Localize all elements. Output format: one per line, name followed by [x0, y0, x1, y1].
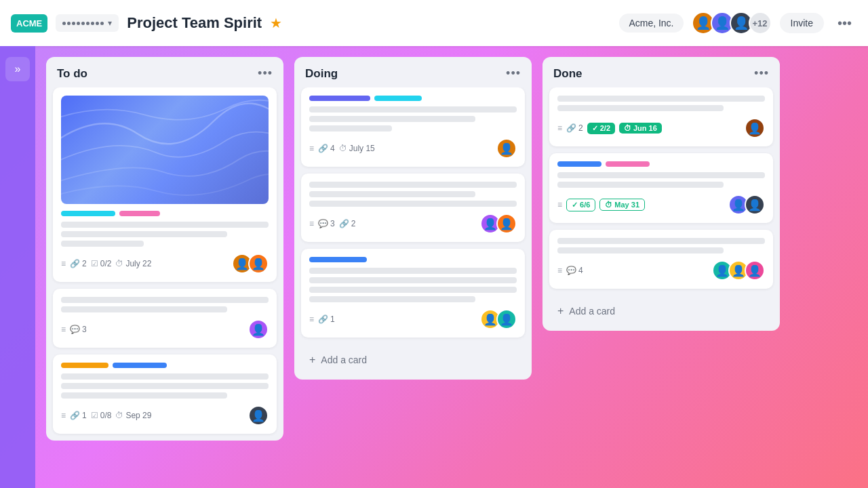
- card-line: [309, 287, 517, 293]
- workspace-badge[interactable]: Acme, Inc.: [619, 14, 683, 33]
- card-line: [309, 125, 392, 131]
- card-avatar: 👤: [496, 214, 517, 234]
- checklist-badge: ✓ 2/2: [587, 123, 615, 134]
- card-meta: ≡ ✓ 6/6 ⏱ May 31: [557, 199, 723, 211]
- done-add-card-button[interactable]: + Add a card: [549, 298, 773, 324]
- meta-menu: ≡: [309, 219, 314, 228]
- meta-menu: ≡: [309, 144, 314, 153]
- card-footer: ≡ 💬 4 👤 👤 👤: [557, 260, 765, 281]
- card-footer: ≡ 🔗 2 ☑ 0/2 ⏱ July 22 👤 👤: [61, 253, 269, 274]
- card-line: [309, 106, 517, 113]
- card-avatars: 👤 👤: [728, 195, 765, 215]
- tag-blue: [113, 363, 167, 368]
- card-tags: [61, 363, 269, 368]
- date-badge: ⏱ May 31: [599, 199, 645, 211]
- meta-attachments: 🔗 1: [70, 411, 87, 420]
- tag-pink: [119, 211, 160, 216]
- card-line: [61, 392, 227, 399]
- doing-card-2[interactable]: ≡ 💬 3 🔗 2 👤 👤: [301, 174, 525, 242]
- card-meta: ≡ 🔗 2 ☑ 0/2 ⏱ July 22: [61, 259, 226, 268]
- star-button[interactable]: ★: [270, 15, 282, 31]
- card-line: [557, 105, 724, 111]
- doing-card-3[interactable]: ≡ 🔗 1 👤 👤: [301, 249, 525, 338]
- meta-comments: 💬 3: [318, 219, 335, 228]
- column-todo-body: ≡ 🔗 2 ☑ 0/2 ⏱ July 22 👤 👤: [46, 87, 283, 441]
- invite-button[interactable]: Invite: [780, 13, 824, 33]
- doing-add-card-button[interactable]: + Add a card: [301, 347, 525, 373]
- card-avatars: 👤 👤: [480, 309, 517, 329]
- card-lines: [309, 106, 517, 131]
- tag-yellow: [61, 363, 108, 368]
- column-done-menu[interactable]: •••: [754, 66, 769, 81]
- meta-comments: 💬 4: [566, 266, 583, 275]
- card-avatar: 👤: [745, 118, 765, 138]
- meta-menu: ≡: [557, 266, 562, 275]
- card-avatar: 👤: [745, 260, 765, 281]
- card-avatar: 👤: [248, 405, 269, 426]
- board-selector-chevron: ▾: [108, 18, 112, 28]
- meta-menu: ≡: [61, 325, 66, 334]
- board-selector[interactable]: ▾: [56, 14, 119, 32]
- card-line: [61, 231, 227, 237]
- column-done: Done ••• ≡ 🔗 2 ✓ 2/2 ⏱ Jun 16: [542, 57, 780, 331]
- doing-card-1[interactable]: ≡ 🔗 4 ⏱ July 15 👤: [301, 87, 525, 167]
- card-lines: [61, 297, 269, 312]
- sidebar-expand-button[interactable]: »: [5, 57, 30, 81]
- card-meta: ≡ 🔗 2 ✓ 2/2 ⏱ Jun 16: [557, 123, 739, 134]
- avatar-count[interactable]: +12: [749, 12, 772, 35]
- card-avatars: 👤 👤 👤: [712, 260, 765, 281]
- board: To do •••: [35, 46, 868, 488]
- card-line: [557, 182, 724, 188]
- column-done-body: ≡ 🔗 2 ✓ 2/2 ⏱ Jun 16 👤: [542, 87, 780, 296]
- done-card-1[interactable]: ≡ 🔗 2 ✓ 2/2 ⏱ Jun 16 👤: [549, 87, 773, 146]
- card-avatar: 👤: [496, 309, 517, 329]
- meta-attachments: 🔗 1: [318, 314, 335, 324]
- topbar: ACME ▾ Project Team Spirit ★ Acme, Inc. …: [0, 0, 868, 46]
- card-line: [309, 116, 475, 122]
- card-avatar: 👤: [248, 253, 269, 274]
- todo-card-1[interactable]: ≡ 🔗 2 ☑ 0/2 ⏱ July 22 👤 👤: [53, 87, 277, 282]
- card-avatars: 👤 👤: [480, 214, 517, 234]
- done-card-3[interactable]: ≡ 💬 4 👤 👤 👤: [549, 230, 773, 289]
- column-todo-header: To do •••: [46, 57, 283, 87]
- card-tags: [309, 96, 517, 101]
- column-todo-title: To do: [57, 67, 87, 81]
- card-footer: ≡ 🔗 4 ⏱ July 15 👤: [309, 138, 517, 159]
- card-lines: [557, 172, 765, 188]
- meta-attachments: 🔗 2: [339, 219, 356, 228]
- meta-menu: ≡: [557, 123, 562, 133]
- column-todo-menu[interactable]: •••: [258, 66, 273, 81]
- card-meta: ≡ 💬 3: [61, 325, 243, 334]
- todo-card-2[interactable]: ≡ 💬 3 👤: [53, 289, 277, 348]
- card-line: [61, 222, 269, 228]
- meta-menu: ≡: [61, 259, 66, 268]
- tag-blue: [557, 161, 601, 167]
- board-selector-dots: [62, 22, 104, 25]
- card-footer: ≡ 💬 3 🔗 2 👤 👤: [309, 214, 517, 234]
- card-line: [309, 201, 517, 207]
- card-line: [309, 277, 517, 283]
- more-options-button[interactable]: •••: [832, 16, 857, 31]
- column-doing-body: ≡ 🔗 4 ⏱ July 15 👤: [294, 87, 532, 344]
- column-doing-menu[interactable]: •••: [506, 66, 521, 81]
- meta-comments: 💬 3: [70, 325, 87, 334]
- sidebar: »: [0, 46, 35, 488]
- column-doing-header: Doing •••: [294, 57, 532, 87]
- meta-attachments: 🔗 2: [566, 123, 583, 133]
- meta-menu: ≡: [61, 411, 66, 420]
- card-avatars: 👤: [248, 319, 269, 340]
- main-content: » To do •••: [0, 46, 868, 488]
- meta-checklist: ☑ 0/8: [91, 411, 112, 420]
- card-meta: ≡ 💬 3 🔗 2: [309, 219, 475, 228]
- plus-icon: +: [309, 354, 315, 366]
- card-footer: ≡ 💬 3 👤: [61, 319, 269, 340]
- done-card-2[interactable]: ≡ ✓ 6/6 ⏱ May 31 👤 👤: [549, 153, 773, 223]
- card-avatars: 👤: [745, 118, 765, 138]
- card-lines: [309, 268, 517, 302]
- card-line: [557, 96, 765, 102]
- card-lines: [309, 182, 517, 207]
- card-line: [309, 268, 517, 274]
- card-line: [557, 172, 765, 178]
- meta-checklist: ☑ 0/2: [91, 259, 112, 268]
- todo-card-3[interactable]: ≡ 🔗 1 ☑ 0/8 ⏱ Sep 29 👤: [53, 354, 277, 434]
